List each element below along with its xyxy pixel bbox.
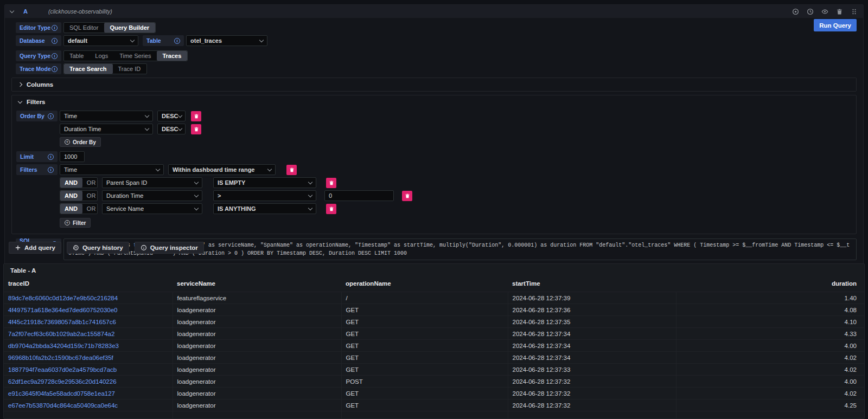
filters-label: Filters i bbox=[16, 164, 58, 175]
column-header-duration[interactable]: duration bbox=[676, 276, 864, 292]
remove-order-by-button[interactable] bbox=[191, 124, 201, 134]
remove-filter-button[interactable] bbox=[402, 191, 412, 201]
filter-field-select[interactable]: Service Name bbox=[102, 203, 202, 214]
remove-filter-button[interactable] bbox=[286, 165, 297, 175]
start-time-cell: 2024-06-28 12:37:32 bbox=[508, 388, 676, 399]
remove-filter-button[interactable] bbox=[326, 204, 336, 214]
columns-section: Columns bbox=[11, 78, 857, 92]
duration-cell: 1.40 bbox=[676, 292, 864, 304]
drag-handle-icon[interactable] bbox=[851, 8, 858, 15]
service-name-cell: loadgenerator bbox=[173, 340, 341, 352]
filter-operator-select[interactable]: IS ANYTHING bbox=[213, 203, 316, 214]
limit-input[interactable] bbox=[60, 151, 85, 162]
record-icon[interactable] bbox=[792, 8, 799, 15]
trace-id-link[interactable]: 62df1ec9a29728c9e29536c20d140226 bbox=[8, 378, 117, 385]
plus-circle-icon: + bbox=[65, 139, 70, 145]
bool-operator-toggle: AND OR bbox=[60, 203, 98, 214]
trash-icon[interactable] bbox=[836, 8, 843, 15]
filter-operator-select[interactable]: Within dashboard time range bbox=[168, 164, 276, 175]
query-type-traces[interactable]: Traces bbox=[157, 51, 187, 61]
table-row: 7a2f07ecf63c60b1029ab2ac155874a2 loadgen… bbox=[4, 328, 864, 340]
duration-cell: 4.02 bbox=[676, 364, 864, 376]
operation-name-cell: GET bbox=[341, 304, 508, 316]
trace-mode-trace-search[interactable]: Trace Search bbox=[64, 64, 113, 74]
query-inspector-button[interactable]: Query inspector bbox=[135, 242, 204, 254]
query-ref-id[interactable]: A bbox=[23, 8, 28, 15]
or-option[interactable]: OR bbox=[82, 204, 98, 214]
table-row: e91c3645f04fa5e58adcd0758e1ea127 loadgen… bbox=[4, 388, 864, 399]
chevron-down-icon bbox=[18, 99, 22, 103]
editor-type-sql-editor[interactable]: SQL Editor bbox=[64, 23, 104, 33]
add-filter-button[interactable]: + Filter bbox=[60, 218, 91, 228]
query-history-button[interactable]: Query history bbox=[67, 242, 129, 254]
duration-cell: 4.33 bbox=[676, 328, 864, 340]
results-table: traceID serviceName operationName startT… bbox=[4, 276, 864, 419]
or-option[interactable]: OR bbox=[82, 178, 98, 188]
filter-field-select[interactable]: Time bbox=[60, 164, 164, 175]
start-time-cell: 2024-06-28 12:37:33 bbox=[508, 364, 676, 376]
operation-name-cell: GET bbox=[341, 388, 508, 399]
editor-type-query-builder[interactable]: Query Builder bbox=[104, 23, 155, 33]
trace-id-link[interactable]: 89dc7e8c6060c0d12de7e9b50c216284 bbox=[8, 295, 118, 301]
filter-value-input[interactable] bbox=[324, 190, 394, 201]
operation-name-cell: / bbox=[341, 292, 508, 304]
query-type-logs[interactable]: Logs bbox=[90, 51, 114, 61]
and-option[interactable]: AND bbox=[60, 178, 82, 188]
column-header-traceid[interactable]: traceID bbox=[4, 276, 173, 292]
trace-mode-label: Trace Mode i bbox=[16, 63, 61, 74]
table-row: 4f45c21918c73698057a8b1c741657c6 loadgen… bbox=[4, 316, 864, 328]
and-option[interactable]: AND bbox=[60, 204, 82, 214]
or-option[interactable]: OR bbox=[82, 191, 98, 201]
trace-id-link[interactable]: 1887794f7eaa6037d0e2a4579bcd7acb bbox=[8, 366, 117, 373]
query-type-label: Query Type i bbox=[16, 50, 61, 61]
trace-id-link[interactable]: 4f45c21918c73698057a8b1c741657c6 bbox=[8, 319, 116, 325]
info-icon: i bbox=[48, 113, 54, 119]
history-clock-icon[interactable] bbox=[807, 8, 814, 15]
trace-mode-toggle: Trace Search Trace ID bbox=[63, 63, 147, 74]
filter-operator-select[interactable]: > bbox=[213, 190, 316, 201]
table-select[interactable]: otel_traces bbox=[186, 35, 267, 46]
trace-id-link[interactable]: 4f497571a618e364ed7ded60752030e0 bbox=[8, 307, 117, 313]
duration-cell: 4.02 bbox=[676, 352, 864, 364]
add-query-button[interactable]: Add query bbox=[9, 242, 61, 254]
column-header-operationname[interactable]: operationName bbox=[341, 276, 508, 292]
filters-section-header[interactable]: Filters bbox=[12, 95, 856, 108]
service-name-cell: loadgenerator bbox=[173, 316, 341, 328]
trace-id-link[interactable]: e91c3645f04fa5e58adcd0758e1ea127 bbox=[8, 390, 115, 397]
column-header-starttime[interactable]: startTime bbox=[508, 276, 676, 292]
trace-id-link[interactable]: e67ee7b53870d4c864ca50409ca0e64c bbox=[8, 402, 118, 409]
operation-name-cell bbox=[341, 411, 508, 419]
filter-field-select[interactable]: Duration Time bbox=[102, 190, 202, 201]
order-by-field-select[interactable]: Time bbox=[60, 111, 153, 121]
remove-filter-button[interactable] bbox=[326, 178, 336, 188]
order-by-field-select[interactable]: Duration Time bbox=[60, 124, 153, 134]
operation-name-cell: GET bbox=[341, 399, 508, 411]
info-icon: i bbox=[52, 25, 58, 31]
remove-order-by-button[interactable] bbox=[191, 111, 201, 121]
column-header-servicename[interactable]: serviceName bbox=[173, 276, 341, 292]
filter-field-select[interactable]: Parent Span ID bbox=[102, 177, 202, 188]
add-order-by-button[interactable]: + Order By bbox=[60, 137, 101, 147]
trace-mode-trace-id[interactable]: Trace ID bbox=[113, 64, 147, 74]
duration-cell: 4.00 bbox=[676, 376, 864, 388]
query-type-time-series[interactable]: Time Series bbox=[114, 51, 157, 61]
trace-id-link[interactable]: 96968b10fa2b2c1590bc67dea06ef35f bbox=[8, 354, 113, 361]
eye-icon[interactable] bbox=[821, 8, 828, 15]
plus-icon bbox=[15, 244, 21, 251]
operation-name-cell: GET bbox=[341, 340, 508, 352]
columns-section-header[interactable]: Columns bbox=[12, 78, 856, 91]
trace-id-link[interactable]: 7a2f07ecf63c60b1029ab2ac155874a2 bbox=[8, 331, 114, 337]
service-name-cell: loadgenerator bbox=[173, 364, 341, 376]
run-query-button[interactable]: Run Query bbox=[814, 19, 857, 31]
order-by-direction-select[interactable]: DESC bbox=[157, 124, 186, 134]
plus-circle-icon: + bbox=[65, 220, 70, 225]
query-type-table[interactable]: Table bbox=[64, 51, 90, 61]
trace-id-link[interactable]: db9704a2bbda34204d159c71b78283e3 bbox=[8, 343, 119, 349]
filter-operator-select[interactable]: IS EMPTY bbox=[213, 177, 316, 188]
database-select[interactable]: default bbox=[63, 35, 138, 46]
filters-section: Filters Order By i Time DESC bbox=[11, 95, 857, 234]
collapse-query-chevron-icon[interactable] bbox=[10, 8, 14, 12]
service-name-cell: featureflagservice bbox=[173, 292, 341, 304]
order-by-direction-select[interactable]: DESC bbox=[157, 111, 186, 121]
and-option[interactable]: AND bbox=[60, 191, 82, 201]
